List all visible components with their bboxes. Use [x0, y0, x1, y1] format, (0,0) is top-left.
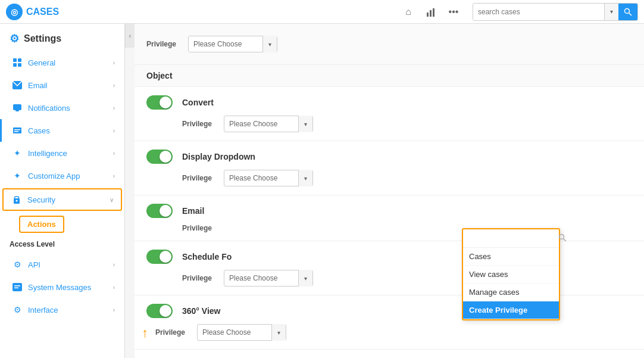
convert-privilege-value: Please Choose	[224, 120, 298, 128]
view360-privilege: Privilege Please Choose ▾	[152, 324, 286, 341]
schedule-title: Schedule Fo	[182, 252, 232, 262]
display-dropdown-top: Display Dropdown	[146, 150, 632, 164]
system-messages-label: System Messages	[28, 283, 113, 292]
svg-rect-10	[13, 104, 21, 110]
sidebar-collapse-button[interactable]: ‹	[125, 24, 135, 48]
cases-chevron: ›	[113, 127, 115, 134]
top-privilege-label: Privilege	[146, 40, 182, 48]
notifications-chevron: ›	[113, 105, 115, 111]
actions-container: Actions	[0, 212, 124, 238]
more-button[interactable]: •••	[444, 2, 463, 21]
email-top: Email	[146, 204, 632, 218]
email-privilege-dropdown: Cases View cases Manage cases Create Pri…	[462, 228, 560, 320]
sidebar: ⚙ Settings General ›	[0, 24, 125, 358]
schedule-privilege-arrow-icon: ▾	[298, 270, 312, 287]
top-privilege-arrow-icon: ▾	[262, 36, 277, 52]
sidebar-item-email[interactable]: Email ›	[0, 74, 124, 96]
svg-point-16	[16, 200, 18, 202]
svg-rect-12	[13, 127, 21, 133]
display-dropdown-privilege-label: Privilege	[182, 174, 218, 182]
notifications-icon	[11, 102, 23, 114]
display-dropdown-privilege-row: Privilege Please Choose ▾	[146, 170, 632, 186]
sidebar-item-security[interactable]: Security ∨	[2, 188, 122, 211]
email-privilege-label: Privilege	[182, 224, 218, 232]
svg-rect-2	[433, 8, 434, 17]
logo-icon: ◎	[6, 4, 23, 20]
dropdown-item-manage-cases[interactable]: Manage cases	[463, 284, 559, 301]
dropdown-item-create-privilege[interactable]: Create Privilege	[463, 301, 559, 319]
svg-rect-1	[430, 10, 432, 17]
view360-toggle[interactable]	[146, 304, 173, 318]
email-setting-row: Email Privilege	[135, 195, 644, 241]
schedule-privilege-select[interactable]: Please Choose ▾	[224, 270, 313, 287]
svg-line-4	[629, 13, 632, 15]
content-inner: Privilege Please Choose ▾ Object Convert	[135, 24, 644, 358]
search-button[interactable]	[618, 4, 637, 20]
general-label: General	[28, 58, 113, 67]
sidebar-item-general[interactable]: General ›	[0, 51, 124, 74]
top-privilege-select[interactable]: Please Choose ▾	[188, 36, 277, 52]
security-label: Security	[27, 195, 110, 204]
security-icon	[11, 194, 23, 206]
sidebar-item-customize-app[interactable]: ✦ Customize App ›	[0, 164, 124, 187]
convert-setting-row: Convert Privilege Please Choose ▾	[135, 87, 644, 141]
app-logo[interactable]: ◎ CASES	[6, 4, 59, 20]
convert-toggle[interactable]	[146, 95, 173, 110]
sidebar-item-notifications[interactable]: Notifications ›	[0, 96, 124, 119]
cases-label: Cases	[28, 126, 113, 135]
svg-rect-18	[14, 285, 20, 287]
dropdown-search-icon	[558, 234, 567, 244]
view360-privilege-value: Please Choose	[198, 328, 271, 337]
display-dropdown-title: Display Dropdown	[182, 152, 255, 161]
email-toggle[interactable]	[146, 204, 173, 218]
svg-rect-0	[427, 13, 429, 17]
intelligence-chevron: ›	[113, 150, 115, 157]
svg-rect-6	[18, 58, 21, 62]
object-section-header: Object	[135, 65, 644, 87]
search-input[interactable]	[473, 4, 604, 20]
convert-privilege-label: Privilege	[182, 120, 218, 128]
sidebar-header: ⚙ Settings	[0, 24, 124, 51]
sidebar-item-intelligence[interactable]: ✦ Intelligence ›	[0, 142, 124, 164]
intelligence-icon: ✦	[11, 147, 23, 159]
cases-icon	[11, 124, 23, 136]
settings-gear-icon: ⚙	[10, 32, 19, 45]
display-dropdown-toggle[interactable]	[146, 150, 173, 164]
email-chevron: ›	[113, 82, 115, 89]
interface-icon: ⚙	[11, 304, 23, 316]
top-privilege: Privilege Please Choose ▾	[146, 32, 277, 56]
app-name: CASES	[26, 7, 59, 17]
email-privilege-row: Privilege	[146, 224, 632, 232]
content-area: Privilege Please Choose ▾ Object Convert	[135, 24, 644, 358]
convert-privilege-select[interactable]: Please Choose ▾	[224, 116, 313, 132]
chart-button[interactable]	[421, 2, 440, 21]
display-dropdown-inner: Display Dropdown Privilege Please Choose…	[146, 150, 632, 186]
convert-top: Convert	[146, 95, 632, 110]
sidebar-item-api[interactable]: ⚙ API ›	[0, 253, 124, 276]
home-button[interactable]: ⌂	[399, 2, 418, 21]
sidebar-item-cases[interactable]: Cases ›	[0, 119, 124, 142]
dropdown-search-input[interactable]	[467, 232, 556, 245]
security-chevron: ∨	[110, 197, 114, 203]
display-dropdown-privilege-select[interactable]: Please Choose ▾	[224, 170, 313, 186]
general-chevron: ›	[113, 60, 115, 66]
svg-rect-5	[13, 58, 17, 62]
display-dropdown-privilege-arrow-icon: ▾	[298, 170, 312, 186]
sidebar-item-system-messages[interactable]: System Messages ›	[0, 276, 124, 298]
svg-rect-17	[12, 283, 22, 291]
actions-button[interactable]: Actions	[19, 216, 64, 233]
topbar-icons: ⌂ •••	[399, 2, 463, 21]
view360-setting-row: 360° View ↑ Privilege Please Choose ▾	[135, 295, 644, 350]
schedule-privilege-value: Please Choose	[224, 274, 298, 282]
view360-privilege-select[interactable]: Please Choose ▾	[197, 324, 286, 341]
email-inner: Email Privilege	[146, 204, 632, 232]
email-title: Email	[182, 206, 204, 216]
schedule-privilege-label: Privilege	[182, 274, 218, 282]
sidebar-item-interface[interactable]: ⚙ Interface ›	[0, 298, 124, 321]
customize-app-icon: ✦	[11, 170, 23, 182]
dropdown-item-view-cases[interactable]: View cases	[463, 266, 559, 284]
schedule-toggle[interactable]	[146, 250, 173, 264]
dropdown-item-cases[interactable]: Cases	[463, 248, 559, 266]
customize-app-chevron: ›	[113, 173, 115, 179]
search-dropdown-button[interactable]: ▾	[604, 4, 618, 20]
